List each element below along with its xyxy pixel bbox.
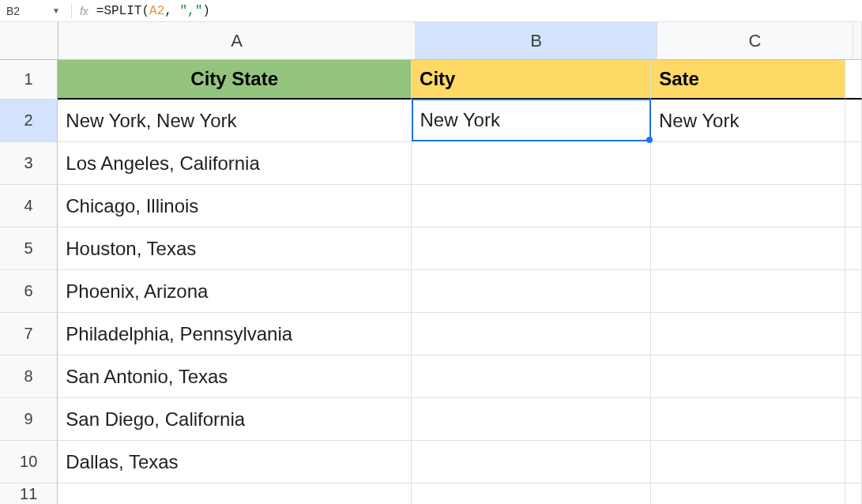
cell-c3[interactable]	[651, 142, 845, 185]
row-header-10[interactable]: 10	[0, 441, 58, 483]
row-2: 2 New York, New York New York New York	[0, 100, 862, 142]
row-3: 3 Los Angeles, California	[0, 142, 862, 185]
column-header-c[interactable]: C	[657, 22, 853, 60]
name-box-dropdown-icon[interactable]: ▼	[52, 6, 63, 15]
cell-a4[interactable]: Chicago, Illinois	[58, 185, 412, 228]
row-header-8[interactable]: 8	[0, 355, 58, 398]
formula-ref: A2	[149, 4, 164, 18]
formula-sep: ,	[164, 4, 179, 18]
cell-c6[interactable]	[651, 270, 845, 313]
cell-a1[interactable]: City State	[58, 60, 412, 100]
row-header-9[interactable]: 9	[0, 398, 58, 441]
cell-a10[interactable]: Dallas, Texas	[58, 441, 412, 483]
row-header-7[interactable]: 7	[0, 313, 58, 355]
cell-c10[interactable]	[651, 441, 845, 483]
cell-c5[interactable]	[651, 228, 845, 270]
cell-c11[interactable]	[651, 483, 845, 504]
cell-b5[interactable]	[412, 228, 651, 270]
row-1: 1 City State City Sate	[0, 60, 862, 100]
cell-b9[interactable]	[412, 398, 651, 441]
name-box-value: B2	[6, 5, 20, 17]
row-5: 5 Houston, Texas	[0, 228, 862, 270]
fx-icon[interactable]: fx	[80, 5, 88, 17]
cell-edge-10[interactable]	[845, 441, 862, 483]
row-header-11[interactable]: 11	[0, 483, 58, 504]
formula-str: ","	[179, 4, 202, 18]
row-8: 8 San Antonio, Texas	[0, 355, 862, 398]
cell-c9[interactable]	[651, 398, 845, 441]
cell-c7[interactable]	[651, 313, 845, 355]
cell-edge-7[interactable]	[845, 313, 862, 355]
cell-b2[interactable]: New York	[412, 99, 651, 141]
row-header-4[interactable]: 4	[0, 185, 58, 228]
cell-b11[interactable]	[412, 483, 651, 504]
formula-paren-close: )	[202, 4, 210, 18]
cell-a2[interactable]: New York, New York	[58, 100, 412, 142]
divider	[71, 4, 72, 18]
row-7: 7 Philadelphia, Pennsylvania	[0, 313, 862, 355]
cell-a7[interactable]: Philadelphia, Pennsylvania	[58, 313, 412, 355]
formula-eq: =	[96, 4, 104, 18]
cell-b6[interactable]	[412, 270, 651, 313]
cell-b7[interactable]	[412, 313, 651, 355]
cell-edge-6[interactable]	[845, 270, 862, 313]
cell-b3[interactable]	[412, 142, 651, 185]
cell-edge-9[interactable]	[845, 398, 862, 441]
formula-paren-open: (	[141, 4, 149, 18]
row-header-6[interactable]: 6	[0, 270, 58, 313]
row-header-5[interactable]: 5	[0, 228, 58, 270]
column-headers-row: A B C	[0, 22, 862, 60]
row-4: 4 Chicago, Illinois	[0, 185, 862, 228]
cell-edge-11[interactable]	[845, 483, 862, 504]
cell-edge-8[interactable]	[845, 355, 862, 398]
formula-fn: SPLIT	[104, 4, 141, 18]
row-header-2[interactable]: 2	[0, 100, 58, 142]
select-all-corner[interactable]	[0, 22, 58, 60]
cell-edge-5[interactable]	[845, 228, 862, 270]
row-9: 9 San Diego, California	[0, 398, 862, 441]
row-11: 11	[0, 483, 862, 504]
formula-input[interactable]: =SPLIT(A2, ",")	[96, 4, 210, 18]
cell-a6[interactable]: Phoenix, Arizona	[58, 270, 412, 313]
cell-b10[interactable]	[412, 441, 651, 483]
cell-c2[interactable]: New York	[651, 100, 845, 142]
cell-b8[interactable]	[412, 355, 651, 398]
cell-a9[interactable]: San Diego, California	[58, 398, 412, 441]
cell-a5[interactable]: Houston, Texas	[58, 228, 412, 270]
cell-b4[interactable]	[412, 185, 651, 228]
column-header-b[interactable]: B	[416, 22, 657, 60]
formula-bar: B2 ▼ fx =SPLIT(A2, ",")	[0, 0, 862, 22]
cell-edge-2[interactable]	[845, 100, 862, 142]
cell-c4[interactable]	[651, 185, 845, 228]
cell-c8[interactable]	[651, 355, 845, 398]
cell-b1[interactable]: City	[412, 60, 651, 100]
cell-edge-1[interactable]	[845, 60, 862, 100]
cell-edge-3[interactable]	[845, 142, 862, 185]
cell-c1[interactable]: Sate	[651, 60, 845, 100]
cell-a11[interactable]	[58, 483, 412, 504]
column-header-a[interactable]: A	[58, 22, 416, 60]
cell-edge-4[interactable]	[845, 185, 862, 228]
row-10: 10 Dallas, Texas	[0, 441, 862, 483]
row-header-1[interactable]: 1	[0, 60, 58, 100]
column-header-edge	[853, 22, 862, 60]
row-6: 6 Phoenix, Arizona	[0, 270, 862, 313]
spreadsheet-grid: A B C 1 City State City Sate 2 New York,…	[0, 22, 862, 504]
cell-a3[interactable]: Los Angeles, California	[58, 142, 412, 185]
name-box[interactable]: B2	[3, 3, 52, 19]
cell-a8[interactable]: San Antonio, Texas	[58, 355, 412, 398]
row-header-3[interactable]: 3	[0, 142, 58, 185]
